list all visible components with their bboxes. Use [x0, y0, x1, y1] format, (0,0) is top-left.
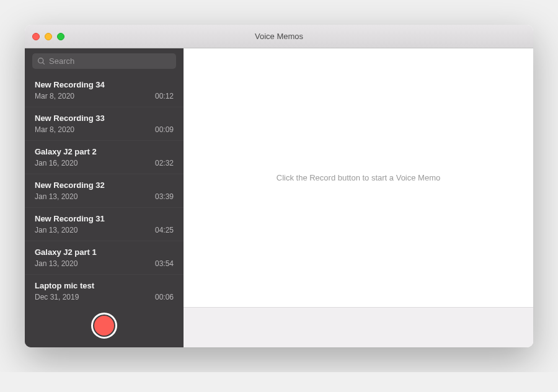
recordings-list: New Recording 34Mar 8, 202000:12New Reco…: [25, 74, 184, 304]
record-bar: [25, 304, 184, 347]
recording-date: Mar 8, 2020: [35, 92, 74, 100]
recording-title: New Recording 33: [35, 114, 174, 123]
recording-date: Jan 13, 2020: [35, 259, 78, 268]
titlebar: Voice Memos: [25, 25, 533, 48]
recording-item[interactable]: Galaxy J2 part 2Jan 16, 202002:32: [25, 141, 184, 174]
recording-item[interactable]: New Recording 31Jan 13, 202004:25: [25, 208, 184, 241]
playback-footer: [184, 307, 533, 347]
search-container: [25, 48, 184, 74]
recording-item[interactable]: New Recording 34Mar 8, 202000:12: [25, 74, 184, 107]
recording-meta: Mar 8, 202000:09: [35, 125, 174, 134]
app-window: Voice Memos New Recording 34Mar 8, 2: [25, 25, 533, 347]
recording-item[interactable]: New Recording 33Mar 8, 202000:09: [25, 107, 184, 141]
recording-title: New Recording 31: [35, 214, 174, 223]
sidebar: New Recording 34Mar 8, 202000:12New Reco…: [25, 48, 184, 347]
recording-title: New Recording 32: [35, 180, 174, 190]
close-window-button[interactable]: [32, 33, 40, 40]
recording-item[interactable]: New Recording 32Jan 13, 202003:39: [25, 174, 184, 208]
search-icon: [37, 57, 45, 65]
recording-meta: Jan 13, 202004:25: [35, 226, 174, 234]
recording-title: Galaxy J2 part 2: [35, 147, 174, 156]
recording-meta: Mar 8, 202000:12: [35, 92, 174, 100]
window-title: Voice Memos: [255, 32, 303, 41]
recording-item[interactable]: Laptop mic testDec 31, 201900:06: [25, 275, 184, 304]
recording-duration: 00:12: [155, 92, 174, 100]
content: New Recording 34Mar 8, 202000:12New Reco…: [25, 48, 533, 347]
recording-duration: 02:32: [155, 159, 174, 167]
recording-meta: Jan 13, 202003:54: [35, 259, 174, 268]
recording-duration: 03:54: [155, 259, 174, 268]
recording-duration: 03:39: [155, 192, 174, 201]
recording-date: Dec 31, 2019: [35, 293, 79, 301]
zoom-window-button[interactable]: [57, 33, 64, 40]
recording-title: New Recording 34: [35, 80, 174, 89]
search-input[interactable]: [49, 56, 171, 66]
recording-title: Laptop mic test: [35, 281, 174, 290]
recording-date: Jan 16, 2020: [35, 159, 78, 167]
recording-date: Jan 13, 2020: [35, 192, 78, 201]
record-button[interactable]: [91, 313, 117, 339]
recording-date: Jan 13, 2020: [35, 226, 78, 234]
recording-meta: Jan 13, 202003:39: [35, 192, 174, 201]
recording-meta: Dec 31, 201900:06: [35, 293, 174, 301]
recording-meta: Jan 16, 202002:32: [35, 159, 174, 167]
svg-line-1: [43, 63, 44, 64]
recording-date: Mar 8, 2020: [35, 125, 74, 134]
record-icon: [94, 316, 114, 336]
recording-duration: 04:25: [155, 226, 174, 234]
minimize-window-button[interactable]: [45, 33, 52, 40]
recording-duration: 00:09: [155, 125, 174, 134]
recording-item[interactable]: Galaxy J2 part 1Jan 13, 202003:54: [25, 241, 184, 275]
main-content: Click the Record button to start a Voice…: [184, 48, 533, 307]
empty-state-message: Click the Record button to start a Voice…: [277, 173, 440, 182]
main-panel: Click the Record button to start a Voice…: [184, 48, 533, 347]
recording-title: Galaxy J2 part 1: [35, 247, 174, 257]
traffic-lights: [25, 33, 64, 40]
recording-duration: 00:06: [155, 293, 174, 301]
search-field[interactable]: [32, 53, 176, 69]
